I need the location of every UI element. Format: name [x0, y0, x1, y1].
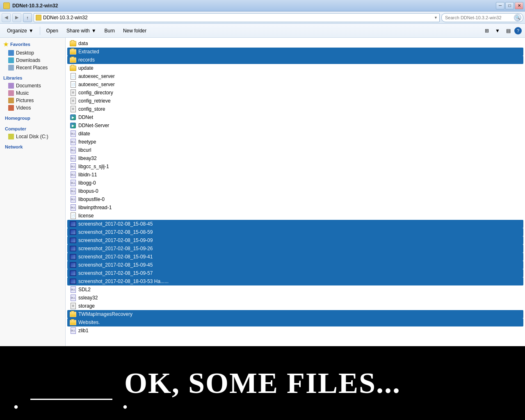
file-item[interactable]: screenshot_2017-02-08_15-08-59 [67, 228, 523, 236]
open-button[interactable]: Open [43, 25, 62, 36]
file-item[interactable]: screenshot_2017-02-08_15-09-26 [67, 244, 523, 253]
screenshot-icon [70, 245, 76, 252]
file-item[interactable]: records [67, 56, 523, 64]
organize-button[interactable]: Organize ▼ [3, 25, 37, 36]
file-item[interactable]: 📄autoexec_server [67, 80, 523, 89]
file-item[interactable]: DLLSDL2 [67, 285, 523, 294]
file-name: screenshot_2017-02-08_15-09-41 [78, 254, 153, 260]
help-button[interactable]: ? [514, 27, 522, 34]
file-item[interactable]: ▶DDNet-Server [67, 121, 523, 130]
address-bar[interactable]: ▼ [34, 13, 440, 22]
cfg-icon: ⚙ [70, 303, 76, 309]
address-input[interactable] [43, 15, 432, 21]
sidebar-item-music[interactable]: Music [0, 89, 65, 97]
view-dropdown-button[interactable]: ▼ [493, 26, 502, 35]
file-item[interactable]: TWMapImagesRecovery [67, 310, 523, 318]
file-item[interactable]: ▶DDNet [67, 113, 523, 121]
sidebar-item-recent[interactable]: Recent Places [0, 64, 65, 71]
share-with-label: Share with [66, 28, 90, 34]
search-input[interactable] [445, 15, 512, 20]
sidebar: ★ Favorites Desktop Downloads Recent Pla… [0, 38, 66, 346]
sidebar-item-pictures[interactable]: Pictures [0, 97, 65, 104]
file-item[interactable]: DLLlibwinpthread-1 [67, 203, 523, 212]
dll-icon: DLL [70, 163, 76, 170]
file-name: DDNet [78, 114, 93, 120]
view-options-button[interactable]: ⊞ [482, 26, 491, 35]
file-item[interactable]: DLLlibgcc_s_sjlj-1 [67, 162, 523, 171]
title-bar-controls: ─ □ ✕ [496, 2, 523, 9]
file-name: screenshot_2017-02-08_15-09-57 [78, 270, 153, 276]
title-bar-left: DDNet-10.3.2-win32 [3, 2, 58, 9]
file-item[interactable]: update [67, 64, 523, 72]
file-item[interactable]: data [67, 39, 523, 48]
address-dropdown-arrow[interactable]: ▼ [434, 16, 438, 20]
file-item[interactable]: DLLlibcurl [67, 146, 523, 154]
file-item[interactable]: DLLssleay32 [67, 294, 523, 302]
file-item[interactable]: screenshot_2017-02-08_18-03-53 Ha...... [67, 277, 523, 285]
file-item[interactable]: DLLdilate [67, 130, 523, 138]
file-item[interactable]: ⚙config_retrieve [67, 97, 523, 105]
sidebar-item-videos[interactable]: Videos [0, 104, 65, 112]
restore-button[interactable]: □ [505, 2, 514, 9]
up-button[interactable]: ↑ [23, 13, 32, 22]
doc-icon: 📄 [70, 73, 76, 80]
file-name: license [78, 213, 94, 219]
minimize-button[interactable]: ─ [496, 2, 504, 9]
dll-icon: DLL [70, 204, 76, 211]
folder-icon [70, 40, 76, 47]
forward-button[interactable]: ▶ [12, 13, 21, 22]
file-item[interactable]: DLLlibopusfile-0 [67, 195, 523, 203]
dot1: . [12, 382, 21, 415]
close-button[interactable]: ✕ [515, 2, 523, 9]
file-item[interactable]: screenshot_2017-02-08_15-08-45 [67, 220, 523, 228]
libraries-header: Libraries [0, 74, 65, 82]
file-item[interactable]: DLLlibogg-0 [67, 179, 523, 187]
file-item[interactable]: screenshot_2017-02-08_15-09-57 [67, 269, 523, 277]
sidebar-localdisk-label: Local Disk (C:) [16, 134, 48, 139]
file-item[interactable]: 📄autoexec_server [67, 72, 523, 80]
exe-icon: ▶ [70, 122, 76, 129]
file-name: TWMapImagesRecovery [78, 311, 132, 317]
file-name: Websites. [78, 320, 100, 325]
sidebar-item-documents[interactable]: Documents [0, 82, 65, 89]
dll-icon: DLL [70, 147, 76, 153]
file-item[interactable]: screenshot_2017-02-08_15-09-41 [67, 253, 523, 261]
file-name: update [78, 65, 94, 71]
sidebar-item-localdisk[interactable]: Local Disk (C:) [0, 133, 65, 140]
back-button[interactable]: ◀ [2, 13, 11, 22]
file-item[interactable]: DLLzlib1 [67, 326, 523, 335]
burn-button[interactable]: Burn [101, 25, 119, 36]
sidebar-item-desktop[interactable]: Desktop [0, 49, 65, 57]
share-with-button[interactable]: Share with ▼ [63, 25, 100, 36]
file-item[interactable]: ⚙config_directory [67, 89, 523, 97]
exe-icon: ▶ [70, 114, 76, 121]
folder-icon [70, 311, 76, 317]
dll-icon: DLL [70, 327, 76, 334]
sidebar-recent-label: Recent Places [16, 65, 48, 71]
file-item[interactable]: 📄license [67, 212, 523, 220]
file-area: dataExtractedrecordsupdate📄autoexec_serv… [66, 38, 525, 346]
sidebar-downloads-label: Downloads [16, 57, 40, 63]
file-item[interactable]: Websites. [67, 318, 523, 326]
doc-icon: 📄 [70, 212, 76, 219]
file-item[interactable]: DLLlibeay32 [67, 154, 523, 162]
dll-icon: DLL [70, 294, 76, 301]
preview-pane-button[interactable]: ▤ [504, 26, 513, 35]
file-item[interactable]: DLLfreetype [67, 138, 523, 146]
sidebar-videos-label: Videos [16, 105, 31, 111]
file-item[interactable]: DLLlibidn-11 [67, 171, 523, 179]
sidebar-item-downloads[interactable]: Downloads [0, 57, 65, 64]
new-folder-button[interactable]: New folder [119, 25, 150, 36]
file-name: libogg-0 [78, 180, 96, 186]
search-bar[interactable]: 🔍 [441, 13, 523, 22]
file-item[interactable]: ⚙storage [67, 302, 523, 310]
folder-icon [70, 57, 76, 63]
file-item[interactable]: screenshot_2017-02-08_15-09-09 [67, 236, 523, 244]
file-item[interactable]: ⚙config_store [67, 105, 523, 113]
file-item[interactable]: Extracted [67, 48, 523, 56]
organize-arrow: ▼ [29, 28, 34, 34]
file-item[interactable]: screenshot_2017-02-08_15-09-45 [67, 261, 523, 269]
documents-icon [8, 83, 14, 89]
file-item[interactable]: DLLlibopus-0 [67, 187, 523, 195]
search-go-button[interactable]: 🔍 [514, 14, 521, 21]
